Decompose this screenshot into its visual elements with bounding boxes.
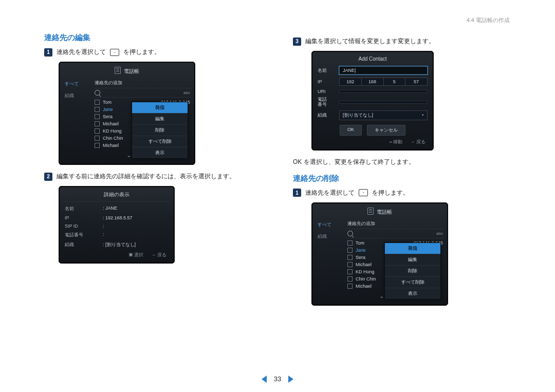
ctx-delete[interactable]: 削除 — [385, 265, 440, 276]
step-number-2: 2 — [44, 173, 52, 181]
phonebook-panel-delete: 電話帳 すべて 組織 連絡先の追加 abc — [311, 202, 448, 306]
step-1-delete: 1 連絡先を選択して ・ を押します。 — [293, 189, 512, 197]
add-title: Add Contact — [316, 54, 430, 65]
ctx-view[interactable]: 表示 — [385, 288, 440, 299]
ok-button[interactable]: OK — [340, 125, 362, 136]
cancel-button[interactable]: キャンセル — [367, 125, 405, 136]
doc-icon — [367, 208, 374, 215]
search-icon — [347, 231, 353, 236]
step1d-text-b: を押します。 — [372, 189, 409, 197]
search-icon — [95, 90, 100, 96]
page-number: 33 — [274, 375, 281, 383]
key-indicator-icon: ・ — [359, 189, 368, 196]
step-3-edit: 3 編集を選択して情報を変更します変更します。 — [293, 37, 512, 46]
input-mode-label: abc — [183, 90, 190, 95]
page-nav: 33 — [0, 375, 555, 383]
foot-back: ← 戻る — [152, 252, 166, 258]
context-menu: 発信 編集 削除 すべて削除 表示 — [132, 102, 188, 159]
step3-text: 編集を選択して情報を変更します変更します。 — [305, 37, 435, 46]
panel-title: 電話帳 — [316, 206, 444, 219]
context-menu: 発信 編集 削除 すべて削除 表示 — [384, 242, 441, 300]
field-org: 組織 [割り当てなし]▾ — [316, 109, 430, 122]
step1-text-b: を押します。 — [123, 48, 160, 57]
field-name: 名前 JANE| — [316, 65, 430, 76]
heading-delete-contact: 連絡先の削除 — [293, 174, 512, 183]
tab-all[interactable]: すべて — [316, 220, 343, 230]
chevron-down-icon: ▾ — [422, 113, 424, 117]
ctx-call[interactable]: 発信 — [385, 243, 440, 254]
ctx-delete[interactable]: 削除 — [132, 124, 188, 136]
key-indicator-icon: ・ — [110, 49, 119, 56]
panel-title: 電話帳 — [63, 65, 191, 78]
step-number-1: 1 — [44, 48, 52, 57]
field-ip: IP 192 168 5 57 — [316, 76, 430, 87]
step1-text-a: 連絡先を選択して — [57, 48, 106, 57]
step-number-3: 3 — [293, 38, 301, 46]
step-number-1: 1 — [293, 189, 301, 197]
ctx-edit[interactable]: 編集 — [385, 254, 440, 265]
ip-input[interactable]: 192 168 5 57 — [339, 78, 428, 86]
heading-edit-contact: 連絡先の編集 — [44, 33, 263, 43]
step-2-edit: 2 編集する前に連絡先の詳細を確認するには、表示を選択します。 — [44, 172, 263, 181]
add-contact-panel: Add Contact 名前 JANE| IP 192 168 5 57 — [311, 51, 434, 151]
doc-icon — [115, 67, 121, 74]
ctx-delete-all[interactable]: すべて削除 — [385, 276, 440, 288]
tab-org[interactable]: 組織 — [316, 232, 343, 241]
input-mode-label: abc — [436, 231, 443, 236]
detail-panel: 詳細の表示 名前: JANE IP: 192.168.5.57 SIP ID: … — [59, 186, 175, 264]
tab-org[interactable]: 組織 — [63, 91, 90, 101]
tel-input[interactable] — [339, 101, 428, 104]
foot-back: ← 戻る — [411, 139, 425, 145]
prev-page-icon[interactable] — [262, 376, 267, 383]
field-tel: 電話 番号 — [316, 96, 430, 109]
step-1-edit: 1 連絡先を選択して ・ を押します。 — [44, 48, 263, 57]
field-uri: URI — [316, 87, 430, 96]
foot-move: ↔ 移動 — [390, 139, 403, 145]
header-breadcrumb: 4.4 電話帳の作成 — [467, 16, 510, 24]
ok-note: OK を選択し、変更を保存して終了します。 — [293, 158, 512, 166]
ctx-call[interactable]: 発信 — [132, 102, 188, 113]
phonebook-panel-edit: 電話帳 すべて 組織 連絡先の追加 abc — [59, 62, 195, 165]
step1d-text-a: 連絡先を選択して — [305, 189, 355, 197]
next-page-icon[interactable] — [288, 376, 293, 383]
detail-title: 詳細の表示 — [63, 189, 171, 202]
ctx-delete-all[interactable]: すべて削除 — [132, 136, 188, 147]
org-select[interactable]: [割り当てなし]▾ — [339, 110, 428, 120]
step2-text: 編集する前に連絡先の詳細を確認するには、表示を選択します。 — [57, 172, 235, 181]
search-row[interactable]: abc — [346, 229, 444, 238]
uri-input[interactable] — [339, 90, 428, 93]
ctx-view[interactable]: 表示 — [132, 147, 188, 158]
add-contact-row[interactable]: 連絡先の追加 — [95, 80, 122, 86]
add-contact-row[interactable]: 連絡先の追加 — [347, 220, 375, 227]
ctx-edit[interactable]: 編集 — [132, 113, 188, 124]
tab-all[interactable]: すべて — [63, 79, 90, 89]
name-input[interactable]: JANE| — [339, 66, 428, 74]
search-row[interactable]: abc — [94, 88, 191, 98]
foot-select: ▣ 選択 — [128, 252, 143, 258]
